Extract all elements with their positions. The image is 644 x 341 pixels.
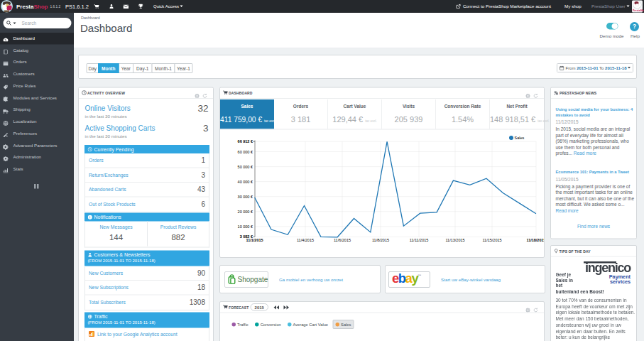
svg-text:20 000 €: 20 000 € (238, 210, 253, 214)
svg-text:11/8/2015: 11/8/2015 (372, 238, 389, 242)
svg-text:10 000 €: 10 000 € (238, 224, 253, 229)
svg-text:11/18/2015: 11/18/2015 (526, 238, 544, 242)
svg-text:50 000 €: 50 000 € (238, 165, 253, 169)
svg-text:Sales: Sales (515, 136, 525, 140)
svg-text:11/4/2015: 11/4/2015 (297, 238, 314, 242)
svg-text:30 000 €: 30 000 € (238, 195, 253, 199)
svg-text:66 912 €: 66 912 € (238, 139, 253, 144)
svg-text:11/11/2015: 11/11/2015 (410, 238, 429, 242)
svg-text:11/1/2015: 11/1/2015 (246, 238, 263, 242)
svg-text:11/13/2015: 11/13/2015 (445, 238, 464, 242)
svg-text:11/6/2015: 11/6/2015 (334, 238, 351, 242)
svg-text:40 000 €: 40 000 € (238, 180, 253, 184)
svg-text:11/15/2015: 11/15/2015 (482, 238, 501, 242)
svg-text:60 000 €: 60 000 € (238, 150, 253, 154)
